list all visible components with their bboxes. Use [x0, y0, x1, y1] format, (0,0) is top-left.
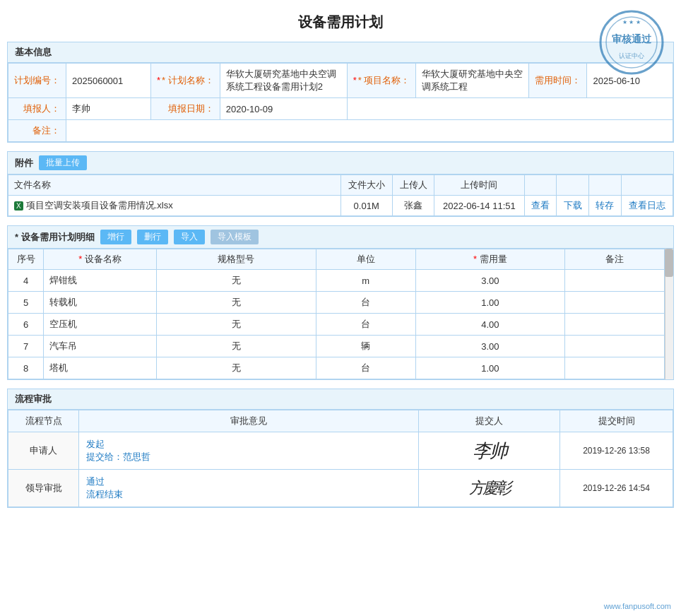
col-upload-time: 上传时间 — [434, 175, 524, 196]
unit-cell: 台 — [316, 314, 415, 336]
detail-header: * 设备需用计划明细 增行 删行 导入 导入模板 — [8, 226, 673, 249]
col-device-name: * 设备名称 — [44, 249, 157, 270]
plan-name-value: 华软大厦研究基地中央空调系统工程设备需用计划2 — [220, 64, 347, 98]
add-row-button[interactable]: 增行 — [100, 230, 131, 244]
detail-row: 8 塔机 无 台 1.00 — [8, 357, 665, 379]
excel-icon: X — [14, 201, 23, 211]
detail-row: 6 空压机 无 台 4.00 — [8, 314, 665, 336]
log-link[interactable]: 查看日志 — [621, 196, 673, 216]
col-spec: 规格型号 — [157, 249, 316, 270]
approval-row: 申请人 发起 提交给：范思哲 李帅 2019-12-26 13:58 — [8, 432, 673, 470]
approval-header-row: 流程节点 审批意见 提交人 提交时间 — [8, 410, 673, 432]
detail-row: 5 转载机 无 台 1.00 — [8, 292, 665, 314]
remark-cell — [565, 336, 665, 357]
signature-cell: 方慶彰 — [419, 470, 560, 507]
report-date-value: 2020-10-09 — [220, 98, 347, 120]
scrollbar-thumb[interactable] — [665, 249, 673, 277]
qty-cell: 1.00 — [415, 357, 565, 379]
submit-time-cell: 2019-12-26 13:58 — [560, 432, 673, 470]
detail-row: 7 汽车吊 无 辆 3.00 — [8, 336, 665, 357]
scrollbar[interactable] — [665, 249, 673, 379]
approval-header: 流程审批 — [8, 389, 673, 410]
col-seq: 序号 — [8, 249, 44, 270]
attachment-table: 文件名称 文件大小 上传人 上传时间 X项目空调安装项目设备需用情况.xlsx … — [8, 174, 673, 216]
device-name-cell: 转载机 — [44, 292, 157, 314]
opinion-line2: 提交给：范思哲 — [86, 451, 411, 463]
node-cell: 领导审批 — [8, 470, 79, 507]
project-name-label: ** 项目名称： — [347, 64, 416, 98]
remark-cell — [565, 357, 665, 379]
unit-cell: 台 — [316, 292, 415, 314]
spec-cell: 无 — [157, 270, 316, 292]
svg-text:认证中心: 认证中心 — [619, 52, 644, 59]
batch-upload-button[interactable]: 批量上传 — [39, 155, 87, 170]
required-star: * — [157, 75, 160, 85]
seq-cell: 7 — [8, 336, 44, 357]
attachment-header: 附件 批量上传 — [8, 152, 673, 174]
unit-cell: 辆 — [316, 336, 415, 357]
detail-section: * 设备需用计划明细 增行 删行 导入 导入模板 序号 * 设备名称 规格型号 … — [7, 225, 674, 380]
spec-cell: 无 — [157, 314, 316, 336]
save-link[interactable]: 转存 — [588, 196, 621, 216]
remark-value — [66, 120, 673, 142]
node-cell: 申请人 — [8, 432, 79, 470]
col-action1 — [524, 175, 557, 196]
detail-row: 4 焊钳线 无 m 3.00 — [8, 270, 665, 292]
import-button[interactable]: 导入 — [174, 230, 205, 244]
col-remark: 备注 — [565, 249, 665, 270]
basic-info-section: 基本信息 计划编号： 2025060001 ** 计划名称： 华软大厦研究基地中… — [7, 42, 674, 143]
col-submitter: 提交人 — [419, 410, 560, 432]
file-name-cell: X项目空调安装项目设备需用情况.xlsx — [8, 196, 341, 216]
del-row-button[interactable]: 删行 — [137, 230, 168, 244]
required-star2: * — [353, 75, 357, 85]
device-name-cell: 塔机 — [44, 357, 157, 379]
plan-name-label: ** 计划名称： — [151, 64, 220, 98]
submit-time-cell: 2019-12-26 14:54 — [560, 470, 673, 507]
download-link[interactable]: 下载 — [557, 196, 589, 216]
device-name-cell: 焊钳线 — [44, 270, 157, 292]
info-row-1: 计划编号： 2025060001 ** 计划名称： 华软大厦研究基地中央空调系统… — [8, 64, 673, 98]
qty-cell: 4.00 — [415, 314, 565, 336]
signature-cell: 李帅 — [419, 432, 560, 470]
approval-section: 流程审批 流程节点 审批意见 提交人 提交时间 申请人 发起 提交给：范思哲 李… — [7, 389, 674, 508]
col-unit: 单位 — [316, 249, 415, 270]
detail-table: 序号 * 设备名称 规格型号 单位 * 需用量 备注 4 焊钳线 无 m 3.0… — [8, 249, 665, 379]
import-template-button[interactable]: 导入模板 — [211, 230, 259, 244]
spec-cell: 无 — [157, 292, 316, 314]
opinion-cell: 发起 提交给：范思哲 — [79, 432, 419, 470]
page-title: 设备需用计划 — [0, 0, 681, 42]
empty-cell — [347, 98, 673, 120]
view-link[interactable]: 查看 — [524, 196, 557, 216]
file-size-cell: 0.01M — [340, 196, 392, 216]
spec-cell: 无 — [157, 357, 316, 379]
seq-cell: 8 — [8, 357, 44, 379]
basic-info-header: 基本信息 — [8, 42, 673, 63]
opinion-line1: 发起 — [86, 438, 411, 451]
svg-text:★ ★ ★: ★ ★ ★ — [622, 19, 640, 25]
remark-cell — [565, 270, 665, 292]
attachment-row: X项目空调安装项目设备需用情况.xlsx 0.01M 张鑫 2022-06-14… — [8, 196, 673, 216]
svg-text:审核通过: 审核通过 — [612, 33, 652, 45]
uploader-cell: 张鑫 — [392, 196, 434, 216]
watermark: www.fanpusoft.com — [604, 602, 671, 610]
info-row-2: 填报人： 李帅 填报日期： 2020-10-09 — [8, 98, 673, 120]
col-opinion: 审批意见 — [79, 410, 419, 432]
reporter-label: 填报人： — [8, 98, 66, 120]
unit-cell: m — [316, 270, 415, 292]
seq-cell: 5 — [8, 292, 44, 314]
use-time-label: 需用时间： — [529, 64, 587, 98]
detail-table-wrapper: 序号 * 设备名称 规格型号 单位 * 需用量 备注 4 焊钳线 无 m 3.0… — [8, 249, 673, 379]
qty-cell: 3.00 — [415, 270, 565, 292]
opinion-cell: 通过 流程结束 — [79, 470, 419, 507]
remark-label: 备注： — [8, 120, 66, 142]
col-node: 流程节点 — [8, 410, 79, 432]
attachment-section: 附件 批量上传 文件名称 文件大小 上传人 上传时间 X项目空调安装项目设备需用… — [7, 151, 674, 217]
upload-time-cell: 2022-06-14 11:51 — [434, 196, 524, 216]
reporter-value: 李帅 — [66, 98, 151, 120]
col-filename: 文件名称 — [8, 175, 341, 196]
col-qty: * 需用量 — [415, 249, 565, 270]
detail-header-row: 序号 * 设备名称 规格型号 单位 * 需用量 备注 — [8, 249, 665, 270]
remark-cell — [565, 314, 665, 336]
approval-row: 领导审批 通过 流程结束 方慶彰 2019-12-26 14:54 — [8, 470, 673, 507]
col-action3 — [588, 175, 621, 196]
